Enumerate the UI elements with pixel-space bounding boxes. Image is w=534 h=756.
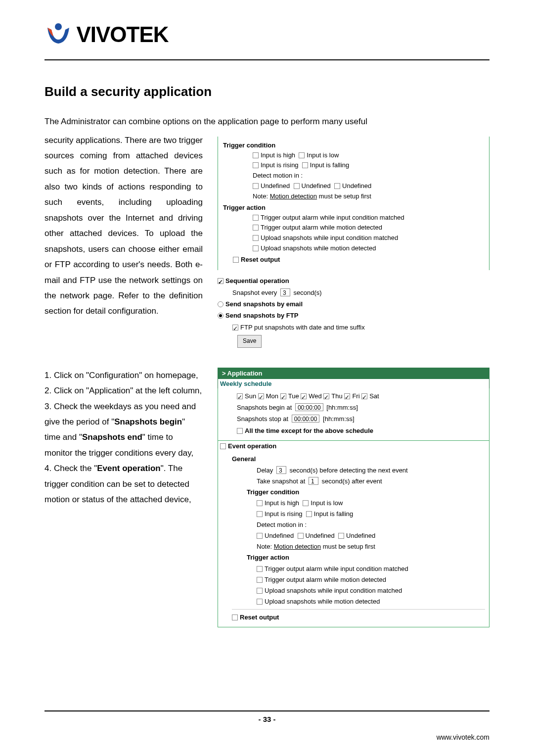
row2-reset-output: Reset output bbox=[232, 609, 485, 623]
step-4: 4. Check the "Event operation". The trig… bbox=[44, 461, 203, 507]
checkbox-input-high[interactable] bbox=[253, 152, 259, 158]
snapshot-every-row: Snapshot every 3 second(s) bbox=[232, 287, 490, 298]
section-title: Build a security application bbox=[44, 84, 490, 99]
top-divider bbox=[44, 59, 490, 60]
checkbox2-ta3[interactable] bbox=[257, 588, 263, 594]
row2-ta4: Upload snapshots while motion detected bbox=[257, 596, 485, 607]
checkbox2-input-rising[interactable] bbox=[257, 511, 263, 517]
motion-note-2: Note: Motion detection must be setup fir… bbox=[257, 541, 485, 552]
checkbox-input-low[interactable] bbox=[299, 152, 305, 158]
checkbox-reset-output[interactable] bbox=[233, 257, 239, 263]
trigger-condition-header: Trigger condition bbox=[223, 142, 484, 149]
radio-send-ftp[interactable] bbox=[218, 313, 223, 319]
row2-ta1: Trigger output alarm while input conditi… bbox=[257, 564, 485, 574]
checkbox-sun[interactable] bbox=[237, 393, 243, 399]
checkbox2-input-low[interactable] bbox=[303, 500, 309, 506]
checkbox2-undef2[interactable] bbox=[298, 533, 304, 539]
checkbox-event-operation[interactable] bbox=[220, 443, 226, 449]
snapshots-stop-input[interactable]: 00:00:00 bbox=[292, 415, 320, 423]
checkbox-undef1[interactable] bbox=[253, 183, 259, 189]
checkbox2-ta1[interactable] bbox=[257, 566, 263, 572]
weekly-schedule-header: Weekly schedule bbox=[218, 379, 490, 388]
trigger-action-header-2: Trigger action bbox=[247, 552, 485, 563]
snapshot-interval-input[interactable]: 3 bbox=[280, 288, 290, 296]
checkbox-thu[interactable] bbox=[323, 393, 329, 399]
footer-url: www.vivotek.com bbox=[437, 733, 490, 741]
general-header: General bbox=[232, 453, 485, 465]
row-input-high-low: Input is high Input is low bbox=[253, 150, 484, 161]
brand-logo: VIVOTEK bbox=[44, 20, 490, 49]
motion-detection-link[interactable]: Motion detection bbox=[270, 192, 317, 200]
motion-note: Note: Motion detection must be setup fir… bbox=[253, 191, 484, 202]
weekdays-row: Sun Mon Tue Wed Thu Fri Sat bbox=[237, 390, 485, 402]
checkbox-input-falling[interactable] bbox=[302, 162, 308, 168]
step-3: 3. Check the weekdays as you need and gi… bbox=[44, 399, 203, 461]
application-header: >Application bbox=[218, 368, 490, 379]
checkbox2-input-high[interactable] bbox=[257, 500, 263, 506]
checkbox2-ta2[interactable] bbox=[257, 577, 263, 583]
trigger-action-header: Trigger action bbox=[223, 204, 484, 211]
ftp-suffix-row: FTP put snapshots with date and time suf… bbox=[232, 322, 490, 333]
row2-input-rise-fall: Input is rising Input is falling bbox=[257, 509, 485, 520]
checkbox-tue[interactable] bbox=[280, 393, 286, 399]
save-button[interactable]: Save bbox=[237, 335, 262, 348]
intro-text: The Administrator can combine options on… bbox=[44, 114, 490, 130]
take-snapshot-row: Take snapshot at 1 second(s) after event bbox=[257, 476, 485, 487]
row2-ta2: Trigger output alarm while motion detect… bbox=[257, 574, 485, 585]
row-reset-output: Reset output bbox=[233, 254, 484, 265]
checkbox-undef3[interactable] bbox=[334, 183, 340, 189]
brand-text: VIVOTEK bbox=[76, 22, 168, 47]
body-paragraph: security applications. There are two tri… bbox=[44, 133, 203, 348]
row2-ta3: Upload snapshots while input condition m… bbox=[257, 585, 485, 596]
bottom-divider bbox=[44, 710, 490, 711]
radio-send-email[interactable] bbox=[218, 301, 223, 307]
checkbox-sat[interactable] bbox=[361, 393, 367, 399]
snapshots-begin-row: Snapshots begin at 00:00:00 [hh:mm:ss] bbox=[237, 402, 485, 413]
checkbox-all-time[interactable] bbox=[237, 428, 243, 434]
sequential-operation-block: Sequential operation Snapshot every 3 se… bbox=[218, 275, 490, 348]
step-1: 1. Click on "Configuration" on homepage, bbox=[44, 368, 203, 383]
row2-input-high-low: Input is high Input is low bbox=[257, 498, 485, 509]
snapshots-begin-input[interactable]: 00:00:00 bbox=[295, 403, 323, 411]
checkbox-input-rising[interactable] bbox=[253, 162, 259, 168]
chevron-right-icon: > bbox=[222, 370, 226, 377]
checkbox-wed[interactable] bbox=[301, 393, 307, 399]
checkbox2-undef3[interactable] bbox=[338, 533, 344, 539]
row-ta4: Upload snapshots while motion detected bbox=[253, 243, 484, 254]
checkbox-mon[interactable] bbox=[258, 393, 264, 399]
delay-row: Delay 3 second(s) before detecting the n… bbox=[257, 465, 485, 476]
trigger-panel: Trigger condition Input is high Input is… bbox=[218, 137, 490, 271]
row-ta2: Trigger output alarm while motion detect… bbox=[253, 223, 484, 233]
steps-text: 1. Click on "Configuration" on homepage,… bbox=[44, 368, 203, 508]
row-ta1: Trigger output alarm while input conditi… bbox=[253, 213, 484, 223]
checkbox-sequential-op[interactable] bbox=[218, 278, 223, 284]
motion-detection-link-2[interactable]: Motion detection bbox=[274, 543, 321, 550]
checkbox-ftp-suffix[interactable] bbox=[232, 325, 238, 331]
all-time-row: All the time except for the above schedu… bbox=[237, 425, 485, 436]
row-ta3: Upload snapshots while input condition m… bbox=[253, 233, 484, 243]
checkbox-ta4[interactable] bbox=[253, 245, 259, 251]
row-undefined: Undefined Undefined Undefined bbox=[253, 181, 484, 191]
checkbox2-ta4[interactable] bbox=[257, 599, 263, 605]
row-input-rise-fall: Input is rising Input is falling bbox=[253, 160, 484, 171]
snapshots-stop-row: Snapshots stop at 00:00:00 [hh:mm:ss] bbox=[237, 413, 485, 425]
checkbox2-undef1[interactable] bbox=[257, 533, 263, 539]
checkbox-ta2[interactable] bbox=[253, 225, 259, 231]
page-number: - 33 - bbox=[0, 715, 534, 723]
step-2: 2. Click on "Application" at the left co… bbox=[44, 383, 203, 398]
take-snapshot-input[interactable]: 1 bbox=[309, 477, 318, 485]
svg-point-0 bbox=[55, 23, 62, 30]
event-operation-header: Event operation bbox=[218, 441, 490, 451]
checkbox2-input-falling[interactable] bbox=[306, 511, 312, 517]
checkbox-undef2[interactable] bbox=[294, 183, 300, 189]
brand-icon bbox=[44, 20, 72, 49]
checkbox-ta1[interactable] bbox=[253, 215, 259, 221]
detect-motion-label: Detect motion in : bbox=[253, 171, 484, 181]
checkbox-ta3[interactable] bbox=[253, 235, 259, 241]
checkbox-fri[interactable] bbox=[344, 393, 350, 399]
detect-motion-label-2: Detect motion in : bbox=[257, 520, 485, 530]
checkbox2-reset-output[interactable] bbox=[232, 614, 238, 620]
row2-undefined: Undefined Undefined Undefined bbox=[257, 530, 485, 541]
delay-input[interactable]: 3 bbox=[276, 466, 286, 474]
event-operation-panel: General Delay 3 second(s) before detecti… bbox=[218, 451, 490, 627]
